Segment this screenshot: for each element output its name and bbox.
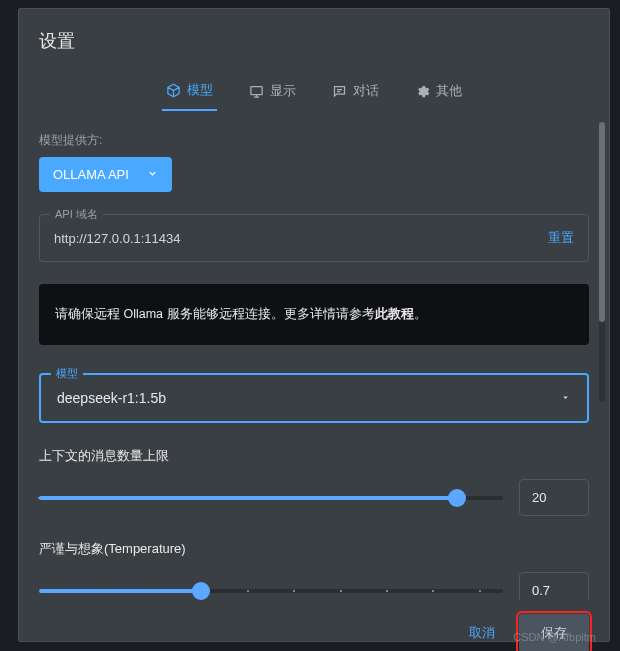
temperature-input[interactable] xyxy=(519,572,589,600)
tab-label: 其他 xyxy=(436,82,462,100)
model-select[interactable]: 模型 deepseek-r1:1.5b xyxy=(39,373,589,423)
tab-other[interactable]: 其他 xyxy=(411,73,466,111)
temperature-group: 严谨与想象(Temperature) ✚ 严谨细致 ✦ 想象发散 xyxy=(39,540,589,600)
provider-dropdown[interactable]: OLLAMA API xyxy=(39,157,172,192)
api-domain-field: API 域名 重置 xyxy=(39,214,589,262)
provider-value: OLLAMA API xyxy=(53,167,129,182)
notice-suffix: 。 xyxy=(414,307,427,321)
notice-text: 请确保远程 Ollama 服务能够远程连接。更多详情请参考 xyxy=(55,307,375,321)
notice-link[interactable]: 此教程 xyxy=(375,307,414,321)
svg-rect-0 xyxy=(251,86,262,94)
reset-link[interactable]: 重置 xyxy=(548,229,574,247)
tab-label: 显示 xyxy=(270,82,296,100)
chevron-down-icon xyxy=(147,167,158,182)
save-button[interactable]: 保存 xyxy=(519,614,589,651)
temperature-label: 严谨与想象(Temperature) xyxy=(39,540,589,558)
api-domain-label: API 域名 xyxy=(50,207,103,222)
context-limit-slider[interactable] xyxy=(39,488,503,508)
tab-bar: 模型 显示 对话 其他 xyxy=(19,73,609,112)
chat-icon xyxy=(332,84,347,99)
cancel-button[interactable]: 取消 xyxy=(455,614,509,651)
tab-label: 模型 xyxy=(187,81,213,99)
tab-label: 对话 xyxy=(353,82,379,100)
settings-modal: 设置 模型 显示 对话 其他 模型提供方: xyxy=(18,8,610,642)
tab-dialog[interactable]: 对话 xyxy=(328,73,383,111)
context-limit-group: 上下文的消息数量上限 xyxy=(39,447,589,516)
model-select-label: 模型 xyxy=(51,366,83,381)
tab-model[interactable]: 模型 xyxy=(162,73,217,111)
caret-down-icon xyxy=(560,389,571,407)
context-limit-input[interactable] xyxy=(519,479,589,516)
gear-icon xyxy=(415,84,430,99)
tab-display[interactable]: 显示 xyxy=(245,73,300,111)
monitor-icon xyxy=(249,84,264,99)
settings-content: 模型提供方: OLLAMA API API 域名 重置 请确保远程 Ollama… xyxy=(19,112,609,600)
api-domain-input[interactable] xyxy=(54,231,538,246)
temperature-slider[interactable] xyxy=(39,581,503,601)
model-select-value: deepseek-r1:1.5b xyxy=(57,390,166,406)
cube-icon xyxy=(166,83,181,98)
remote-notice: 请确保远程 Ollama 服务能够远程连接。更多详情请参考此教程。 xyxy=(39,284,589,345)
modal-title: 设置 xyxy=(19,9,609,65)
scrollbar[interactable] xyxy=(599,122,605,402)
context-limit-label: 上下文的消息数量上限 xyxy=(39,447,589,465)
provider-label: 模型提供方: xyxy=(39,132,589,149)
modal-footer: 取消 保存 xyxy=(19,600,609,651)
